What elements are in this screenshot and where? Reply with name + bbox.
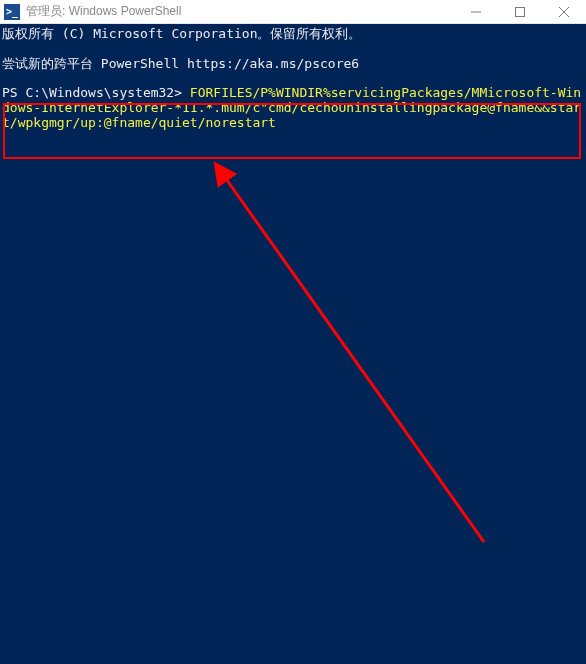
svg-line-5 (224, 176, 484, 542)
minimize-icon (471, 7, 481, 17)
console-text-area: 版权所有 (C) Microsoft Corporation。保留所有权利。 尝… (0, 24, 586, 130)
powershell-icon-glyph: >_ (6, 6, 18, 17)
try-new-line: 尝试新的跨平台 PowerShell https://aka.ms/pscore… (2, 56, 586, 71)
maximize-icon (515, 7, 525, 17)
close-icon (559, 7, 569, 17)
command-block: PS C:\Windows\system32> FORFILES/P%WINDI… (2, 85, 586, 130)
copyright-line: 版权所有 (C) Microsoft Corporation。保留所有权利。 (2, 26, 586, 41)
svg-rect-1 (516, 7, 525, 16)
maximize-button[interactable] (498, 0, 542, 23)
powershell-icon: >_ (4, 4, 20, 20)
minimize-button[interactable] (454, 0, 498, 23)
close-button[interactable] (542, 0, 586, 23)
console-client-area[interactable]: 版权所有 (C) Microsoft Corporation。保留所有权利。 尝… (0, 24, 586, 664)
titlebar[interactable]: >_ 管理员: Windows PowerShell (0, 0, 586, 24)
window-controls (454, 0, 586, 23)
prompt-text: PS C:\Windows\system32> (2, 85, 182, 100)
powershell-window: >_ 管理员: Windows PowerShell 版权所有 (C) Micr… (0, 0, 586, 664)
window-title: 管理员: Windows PowerShell (26, 3, 454, 20)
